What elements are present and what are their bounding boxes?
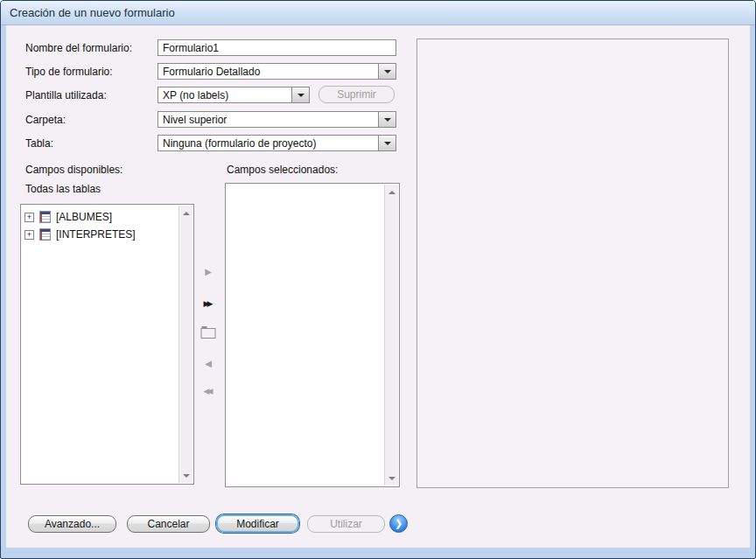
- form-preview-pane: [416, 38, 729, 488]
- dialog-content: Nombre del formulario: Tipo de formulari…: [6, 25, 750, 548]
- triangle-down-icon: [388, 477, 396, 480]
- form-type-label: Tipo de formulario:: [25, 66, 113, 78]
- title-bar[interactable]: Creación de un nuevo formulario: [1, 1, 755, 25]
- available-fields-tree[interactable]: + [ALBUMES] + [INTERPRETES]: [20, 204, 194, 485]
- available-fields-label: Campos disponibles:: [25, 164, 122, 176]
- chevron-down-icon[interactable]: [378, 112, 396, 127]
- table-value: Ninguna (formulario de proyecto): [158, 137, 378, 150]
- form-type-value: Formulario Detallado: [158, 66, 378, 78]
- selected-fields-label: Campos seleccionados:: [227, 164, 338, 176]
- table-label: Tabla:: [25, 137, 53, 150]
- triangle-up-icon: [183, 212, 190, 215]
- move-right-button: ▶: [205, 268, 212, 276]
- expand-plus-icon[interactable]: +: [24, 230, 34, 240]
- triangle-down-icon: [183, 474, 190, 478]
- advanced-button[interactable]: Avanzado...: [28, 515, 116, 533]
- table-icon: [39, 228, 51, 241]
- use-button: Utilizar: [307, 515, 385, 533]
- window-title: Creación de un nuevo formulario: [10, 6, 175, 19]
- chevron-down-icon[interactable]: [291, 87, 309, 102]
- folder-value: Nivel superior: [158, 114, 378, 126]
- chevron-down-icon[interactable]: [378, 64, 396, 79]
- cancel-button[interactable]: Cancelar: [127, 515, 210, 533]
- dropdown-arrow-icon: [298, 94, 304, 97]
- scroll-down-icon[interactable]: [385, 472, 398, 485]
- folder-combo[interactable]: Nivel superior: [158, 111, 396, 128]
- tree-scrollbar[interactable]: [178, 206, 192, 483]
- dropdown-arrow-icon: [384, 118, 391, 122]
- selected-fields-list[interactable]: [225, 183, 400, 487]
- move-all-right-button[interactable]: ▶▶: [204, 299, 214, 308]
- tree-item-interpretes[interactable]: + [INTERPRETES]: [24, 226, 178, 243]
- triangle-up-icon: [388, 191, 396, 194]
- dropdown-arrow-icon: [384, 142, 391, 145]
- modify-button[interactable]: Modificar: [216, 514, 299, 533]
- folder-label: Carpeta:: [25, 114, 66, 126]
- form-name-label: Nombre del formulario:: [25, 42, 132, 54]
- tree-item-label[interactable]: [ALBUMES]: [56, 211, 112, 223]
- selected-scrollbar[interactable]: [384, 185, 398, 486]
- scroll-down-icon[interactable]: [179, 469, 192, 482]
- chevron-right-icon: ❯: [395, 518, 402, 529]
- table-icon: [39, 211, 51, 223]
- template-value: XP (no labels): [158, 89, 291, 101]
- next-arrow-button[interactable]: ❯: [389, 514, 408, 533]
- folder-icon: [201, 328, 216, 339]
- expand-plus-icon[interactable]: +: [24, 213, 34, 222]
- table-combo[interactable]: Ninguna (formulario de proyecto): [158, 135, 396, 151]
- move-all-left-button: ◀◀: [204, 387, 214, 395]
- template-label: Plantilla utilizada:: [25, 89, 107, 101]
- template-combo[interactable]: XP (no labels): [158, 87, 310, 103]
- all-tables-label: Todas las tablas: [25, 183, 101, 195]
- scroll-up-icon[interactable]: [179, 206, 192, 220]
- form-name-input[interactable]: [158, 39, 396, 56]
- tree-item-label[interactable]: [INTERPRETES]: [56, 228, 136, 241]
- form-type-combo[interactable]: Formulario Detallado: [158, 63, 396, 80]
- dialog-window: Creación de un nuevo formulario Nombre d…: [0, 0, 756, 559]
- suppress-button: Suprimir: [318, 86, 395, 103]
- chevron-down-icon[interactable]: [378, 136, 396, 150]
- move-left-button: ◀: [205, 360, 212, 368]
- dropdown-arrow-icon: [384, 70, 391, 73]
- scroll-up-icon[interactable]: [385, 185, 398, 199]
- tree-item-albumes[interactable]: + [ALBUMES]: [24, 208, 178, 226]
